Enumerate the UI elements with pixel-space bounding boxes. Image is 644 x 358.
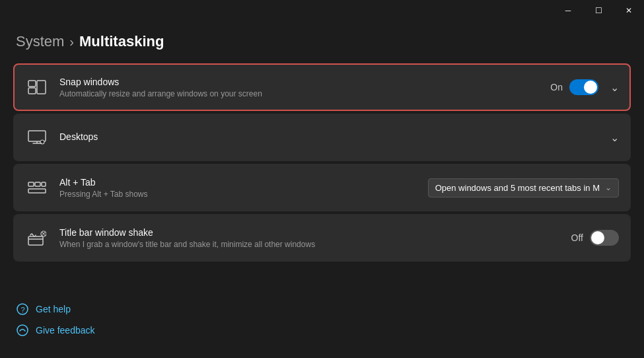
get-help-link[interactable]: ? Get help: [16, 303, 95, 316]
svg-rect-1: [37, 81, 46, 94]
close-button[interactable]: ✕: [614, 0, 644, 21]
desktops-row[interactable]: + Desktops ⌄: [13, 114, 631, 161]
give-feedback-label: Give feedback: [36, 325, 95, 336]
alt-tab-control: Open windows and 5 most recent tabs in M…: [428, 178, 619, 197]
snap-toggle-label: On: [550, 82, 563, 92]
give-feedback-link[interactable]: Give feedback: [16, 324, 95, 337]
svg-rect-0: [28, 81, 36, 87]
desktops-control: ⌄: [605, 131, 619, 144]
snap-toggle-knob: [584, 81, 597, 94]
snap-windows-title: Snap windows: [59, 77, 550, 87]
footer: ? Get help Give feedback: [16, 303, 95, 337]
maximize-button[interactable]: ☐: [583, 0, 614, 21]
desktops-chevron-icon: ⌄: [610, 131, 619, 144]
alttab-icon: [25, 176, 49, 199]
help-icon: ?: [16, 303, 29, 316]
snap-windows-text: Snap windows Automatically resize and ar…: [59, 77, 550, 98]
alt-tab-dropdown[interactable]: Open windows and 5 most recent tabs in M…: [428, 178, 619, 197]
breadcrumb-current: Multitasking: [79, 33, 164, 50]
breadcrumb-parent[interactable]: System: [16, 33, 64, 50]
svg-rect-12: [28, 236, 43, 245]
title-bar-shake-desc: When I grab a window's title bar and sha…: [59, 240, 571, 249]
snap-windows-row[interactable]: Snap windows Automatically resize and ar…: [13, 63, 631, 111]
snap-windows-control: On ⌄: [550, 79, 619, 95]
svg-rect-10: [42, 182, 46, 186]
svg-text:?: ?: [21, 306, 25, 314]
alt-tab-text: Alt + Tab Pressing Alt + Tab shows: [59, 177, 428, 199]
svg-rect-11: [28, 189, 46, 193]
shake-toggle[interactable]: [590, 230, 619, 246]
desktops-icon: +: [25, 125, 49, 149]
shake-icon: [25, 226, 49, 250]
svg-text:+: +: [41, 141, 43, 145]
svg-point-17: [17, 325, 28, 336]
breadcrumb: System › Multitasking: [16, 33, 628, 50]
title-bar-shake-control: Off: [571, 230, 619, 246]
title-bar-shake-row[interactable]: Title bar window shake When I grab a win…: [13, 214, 631, 262]
settings-content: Snap windows Automatically resize and ar…: [0, 63, 644, 262]
header: System › Multitasking: [0, 21, 644, 63]
svg-rect-8: [28, 182, 34, 186]
snap-chevron-icon: ⌄: [610, 81, 619, 94]
alt-tab-dropdown-value: Open windows and 5 most recent tabs in M: [435, 183, 600, 193]
alt-tab-desc: Pressing Alt + Tab shows: [59, 190, 428, 199]
snap-toggle[interactable]: [569, 79, 598, 95]
title-bar-shake-title: Title bar window shake: [59, 227, 571, 238]
get-help-label: Get help: [36, 304, 71, 314]
desktops-text: Desktops: [59, 131, 605, 144]
alt-tab-dropdown-chevron-icon: ⌄: [605, 183, 612, 192]
svg-rect-2: [28, 88, 36, 94]
svg-rect-9: [35, 182, 40, 186]
feedback-icon: [16, 324, 29, 337]
title-bar-shake-text: Title bar window shake When I grab a win…: [59, 227, 571, 249]
snap-windows-desc: Automatically resize and arrange windows…: [59, 89, 550, 98]
alt-tab-title: Alt + Tab: [59, 177, 428, 188]
title-bar: ─ ☐ ✕: [0, 0, 644, 21]
shake-toggle-knob: [591, 231, 604, 244]
minimize-button[interactable]: ─: [553, 0, 583, 21]
snap-icon: [25, 75, 49, 99]
breadcrumb-separator: ›: [69, 34, 74, 50]
shake-toggle-label: Off: [571, 233, 583, 243]
alt-tab-row[interactable]: Alt + Tab Pressing Alt + Tab shows Open …: [13, 164, 631, 211]
desktops-title: Desktops: [59, 131, 605, 142]
